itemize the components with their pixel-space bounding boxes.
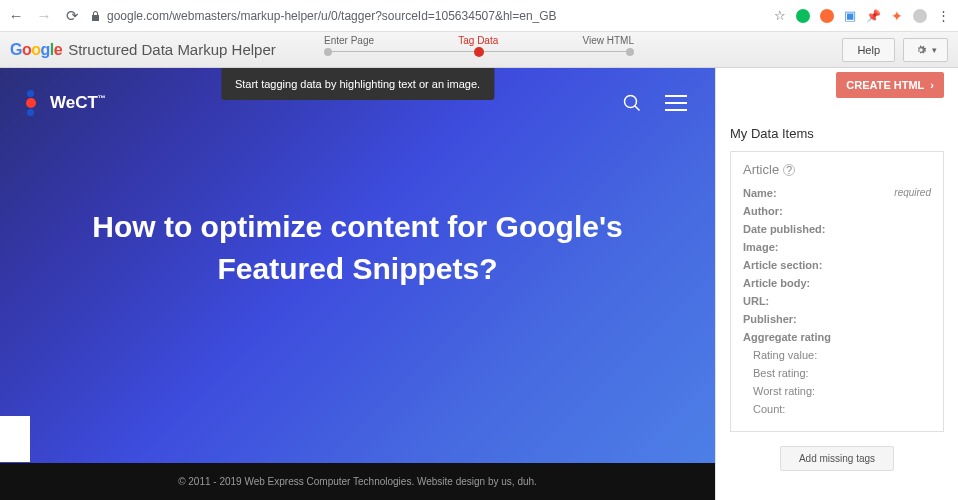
- field-rating-value[interactable]: Rating value:: [743, 349, 931, 361]
- logo-text: WeCT: [50, 93, 98, 112]
- site-footer: © 2011 - 2019 Web Express Computer Techn…: [0, 463, 715, 500]
- field-publisher[interactable]: Publisher:: [743, 313, 931, 325]
- ext-icon[interactable]: [796, 9, 810, 23]
- hamburger-icon[interactable]: [665, 95, 687, 111]
- page-preview[interactable]: Start tagging data by highlighting text …: [0, 68, 716, 500]
- step-view-html[interactable]: View HTML: [582, 35, 634, 46]
- progress-stepper: Enter Page Tag Data View HTML: [324, 35, 634, 56]
- hero-title[interactable]: How to optimize content for Google's Fea…: [0, 116, 715, 290]
- chevron-right-icon: ›: [930, 79, 934, 91]
- chevron-down-icon: ▾: [932, 45, 937, 55]
- lock-icon: [90, 10, 101, 22]
- items-box: Article ? Name:required Author: Date pub…: [730, 151, 944, 432]
- embedded-site: WeCT™ How to optimize content for Google…: [0, 68, 715, 500]
- browser-extensions: ☆ ▣ 📌 ✦ ⋮: [774, 8, 950, 24]
- field-aggregate-rating[interactable]: Aggregate rating: [743, 331, 931, 343]
- field-article-section[interactable]: Article section:: [743, 259, 931, 271]
- back-icon[interactable]: ←: [8, 8, 24, 24]
- gear-icon: [914, 43, 928, 57]
- step-dot: [474, 47, 484, 57]
- reload-icon[interactable]: ⟳: [64, 8, 80, 24]
- app-header: Google Structured Data Markup Helper Ent…: [0, 32, 958, 68]
- field-author[interactable]: Author:: [743, 205, 931, 217]
- menu-icon[interactable]: ⋮: [937, 8, 950, 23]
- field-article-body[interactable]: Article body:: [743, 277, 931, 289]
- site-logo[interactable]: WeCT™: [18, 90, 106, 116]
- field-image[interactable]: Image:: [743, 241, 931, 253]
- address-bar[interactable]: google.com/webmasters/markup-helper/u/0/…: [90, 9, 762, 23]
- field-count[interactable]: Count:: [743, 403, 931, 415]
- ext-icon[interactable]: [820, 9, 834, 23]
- star-icon[interactable]: ☆: [774, 8, 786, 23]
- step-dot: [626, 48, 634, 56]
- ext-icon[interactable]: 📌: [866, 9, 881, 23]
- search-icon[interactable]: [623, 94, 641, 112]
- schema-type: Article ?: [743, 162, 931, 177]
- url-text: google.com/webmasters/markup-helper/u/0/…: [107, 9, 557, 23]
- field-date-published[interactable]: Date published:: [743, 223, 931, 235]
- field-name[interactable]: Name:required: [743, 187, 931, 199]
- field-worst-rating[interactable]: Worst rating:: [743, 385, 931, 397]
- browser-toolbar: ← → ⟳ google.com/webmasters/markup-helpe…: [0, 0, 958, 32]
- data-items-panel: CREATE HTML › My Data Items Article ? Na…: [716, 68, 958, 500]
- app-title: Structured Data Markup Helper: [68, 41, 276, 58]
- create-html-button[interactable]: CREATE HTML ›: [836, 72, 944, 98]
- ext-icon[interactable]: ✦: [891, 8, 903, 24]
- field-best-rating[interactable]: Best rating:: [743, 367, 931, 379]
- ext-icon[interactable]: ▣: [844, 8, 856, 23]
- settings-button[interactable]: ▾: [903, 38, 948, 62]
- help-button[interactable]: Help: [842, 38, 895, 62]
- panel-title: My Data Items: [730, 126, 944, 141]
- avatar[interactable]: [913, 9, 927, 23]
- google-logo: Google: [10, 41, 62, 59]
- instruction-tooltip: Start tagging data by highlighting text …: [221, 68, 494, 100]
- white-block: [0, 416, 30, 462]
- step-tag-data[interactable]: Tag Data: [458, 35, 498, 46]
- forward-icon[interactable]: →: [36, 8, 52, 24]
- step-dot: [324, 48, 332, 56]
- field-url[interactable]: URL:: [743, 295, 931, 307]
- add-missing-tags-button[interactable]: Add missing tags: [780, 446, 894, 471]
- logo-mark-icon: [18, 90, 44, 116]
- step-enter-page[interactable]: Enter Page: [324, 35, 374, 46]
- help-icon[interactable]: ?: [783, 164, 795, 176]
